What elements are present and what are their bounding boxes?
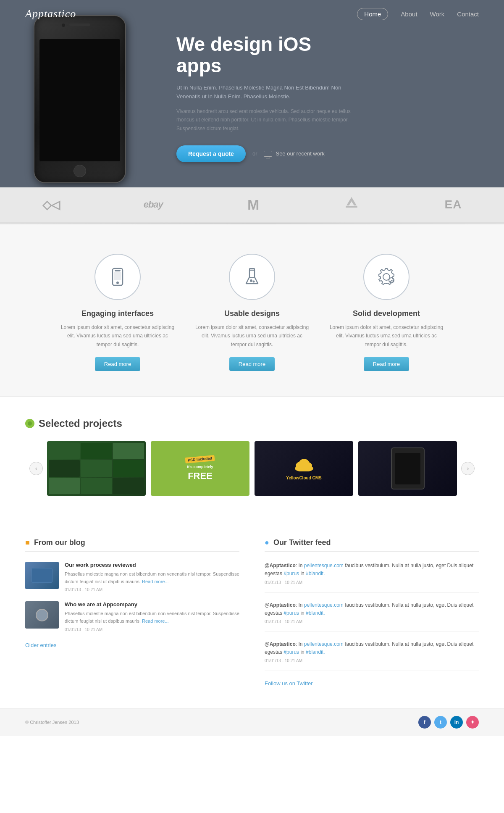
- older-entries-link[interactable]: Older entries: [25, 642, 56, 648]
- free-text: FREE: [188, 471, 213, 481]
- nav-contact[interactable]: Contact: [457, 11, 479, 18]
- rss-social-icon[interactable]: ✦: [466, 716, 479, 729]
- project-thumb-2[interactable]: PSD Included It's completely FREE: [151, 441, 249, 496]
- feature-title-2: Usable designs: [193, 309, 311, 318]
- features-grid: Engaging interfaces Lorem ipsum dolor si…: [34, 254, 470, 371]
- svg-rect-1: [346, 206, 357, 208]
- feature-readmore-1[interactable]: Read more: [95, 357, 140, 371]
- twitter-column: ● Our Twitter feed @Apptastico: In pelle…: [265, 538, 479, 687]
- feature-icon-gear-circle: [363, 254, 410, 300]
- twitter-heading: ● Our Twitter feed: [265, 538, 479, 552]
- hero-or-text: or: [252, 150, 257, 157]
- tweet-hash-purus-1[interactable]: #purus: [284, 571, 299, 576]
- twitter-icon[interactable]: t: [434, 716, 447, 729]
- feature-readmore-3[interactable]: Read more: [364, 357, 409, 371]
- feature-solid: Solid development Lorem ipsum dolor sit …: [328, 254, 445, 371]
- blog-post-date-2: 01/01/13 - 10:21 AM: [65, 627, 239, 632]
- tweet-hash-blandit-3[interactable]: #blandit.: [306, 649, 325, 655]
- brand-logo-ebay: ebay: [144, 199, 163, 210]
- see-recent-work-button[interactable]: See our recent work: [264, 150, 324, 157]
- phone-body: [34, 15, 126, 183]
- facebook-icon[interactable]: f: [418, 716, 431, 729]
- blog-item-1: Our work process reviewed Phasellus mole…: [25, 562, 239, 592]
- brand-logo-ea: EA: [444, 198, 462, 211]
- brand-logo-dd: ◇◁: [42, 198, 59, 212]
- nav-home[interactable]: Home: [357, 8, 388, 20]
- logo: Apptastico: [25, 8, 76, 20]
- projects-section: Selected projects ‹ PSD: [0, 397, 504, 517]
- feature-icon-flask-circle: [229, 254, 275, 300]
- phone-home-button: [74, 165, 86, 177]
- features-section: Engaging interfaces Lorem ipsum dolor si…: [0, 224, 504, 396]
- project-thumb-4[interactable]: [358, 441, 457, 496]
- phone-screen: [39, 39, 120, 161]
- tweet-2: @Apptastico: In pellentesque.com faucibu…: [265, 601, 479, 632]
- svg-point-4: [117, 282, 118, 284]
- tweet-hash-blandit-1[interactable]: #blandit.: [306, 571, 325, 576]
- hero-actions: Request a quote or See our recent work: [176, 145, 361, 162]
- feature-icon-phone-circle: [94, 254, 141, 300]
- projects-dot-inner: [28, 421, 32, 426]
- tweet-hash-blandit-2[interactable]: #blandit.: [306, 610, 325, 616]
- blog-read-more-1[interactable]: Read more...: [142, 579, 169, 584]
- tweet-date-3: 01/01/13 - 10:21 AM: [265, 658, 479, 663]
- project-thumb-3[interactable]: YellowCloud CMS: [255, 441, 353, 496]
- request-quote-button[interactable]: Request a quote: [176, 145, 246, 162]
- feature-readmore-2[interactable]: Read more: [229, 357, 275, 371]
- follow-twitter-link[interactable]: Follow us on Twitter: [265, 680, 313, 687]
- hero-section: We design iOS apps Ut In Nulla Enim. Pha…: [0, 0, 504, 187]
- projects-title: Selected projects: [39, 418, 122, 429]
- feature-engaging: Engaging interfaces Lorem ipsum dolor si…: [59, 254, 176, 371]
- projects-heading: Selected projects: [25, 418, 479, 429]
- hero-subtitle: Ut In Nulla Enim. Phasellus Molestie Mag…: [176, 84, 361, 101]
- feature-desc-3: Lorem ipsum dolor sit amet, consectetur …: [328, 323, 445, 349]
- blog-read-more-2[interactable]: Read more...: [142, 618, 169, 624]
- nav-links: Home About Work Contact: [357, 8, 479, 20]
- navigation: Apptastico Home About Work Contact: [0, 0, 504, 28]
- tweet-link-1[interactable]: pellentesque.com: [304, 563, 344, 568]
- blog-thumb-2: [25, 601, 59, 629]
- nav-about[interactable]: About: [401, 11, 417, 18]
- brand-logo-mcdonalds: M: [247, 197, 259, 213]
- feature-title-1: Engaging interfaces: [59, 309, 176, 318]
- svg-rect-9: [249, 268, 255, 270]
- its-free-text: It's completely: [187, 465, 213, 469]
- tweet-link-2[interactable]: pellentesque.com: [304, 602, 344, 608]
- projects-dot: [25, 419, 34, 428]
- tweet-date-2: 01/01/13 - 10:21 AM: [265, 619, 479, 624]
- carousel-next-button[interactable]: ›: [461, 462, 475, 475]
- blog-post-title-1: Our work process reviewed: [65, 562, 239, 568]
- tweet-hash-purus-2[interactable]: #purus: [284, 610, 299, 616]
- svg-marker-0: [346, 197, 357, 205]
- blog-meta-1: Our work process reviewed Phasellus mole…: [65, 562, 239, 592]
- svg-rect-3: [115, 270, 120, 271]
- feature-desc-1: Lorem ipsum dolor sit amet, consectetur …: [59, 323, 176, 349]
- blog-post-text-1: Phasellus molestie magna non est bibendu…: [65, 571, 239, 585]
- feature-title-3: Solid development: [328, 309, 445, 318]
- hero-description: Vivamus hendrerit arcu sed erat molestie…: [176, 107, 361, 133]
- twitter-title: Our Twitter feed: [273, 538, 331, 547]
- footer-copyright: © Christoffer Jensen 2013: [25, 720, 79, 725]
- tweet-hash-purus-3[interactable]: #purus: [284, 649, 299, 655]
- svg-rect-5: [114, 272, 121, 280]
- tablet-device: [391, 447, 425, 489]
- project-thumb-1[interactable]: [47, 441, 146, 496]
- tweet-3: @Apptastico: In pellentesque.com faucibu…: [265, 640, 479, 671]
- blog-post-text-2: Phasellus molestie magna non est bibendu…: [65, 610, 239, 625]
- rss-icon: ■: [25, 538, 30, 547]
- carousel-prev-button[interactable]: ‹: [29, 462, 43, 475]
- brand-logo-adidas: [343, 197, 360, 212]
- feature-desc-2: Lorem ipsum dolor sit amet, consectetur …: [193, 323, 311, 349]
- twitter-bird-icon: ●: [265, 538, 269, 547]
- logos-bar: ◇◁ ebay M EA: [0, 187, 504, 223]
- hero-content: We design iOS apps Ut In Nulla Enim. Pha…: [176, 0, 386, 187]
- feature-usable: Usable designs Lorem ipsum dolor sit ame…: [193, 254, 311, 371]
- linkedin-icon[interactable]: in: [450, 716, 463, 729]
- cloud-icon: [294, 457, 315, 473]
- svg-point-7: [250, 280, 252, 282]
- phone-icon: [108, 267, 128, 287]
- blog-post-title-2: Who we are at Appcompany: [65, 601, 239, 608]
- nav-work[interactable]: Work: [430, 11, 445, 18]
- svg-point-8: [253, 281, 255, 282]
- tweet-link-3[interactable]: pellentesque.com: [304, 641, 344, 647]
